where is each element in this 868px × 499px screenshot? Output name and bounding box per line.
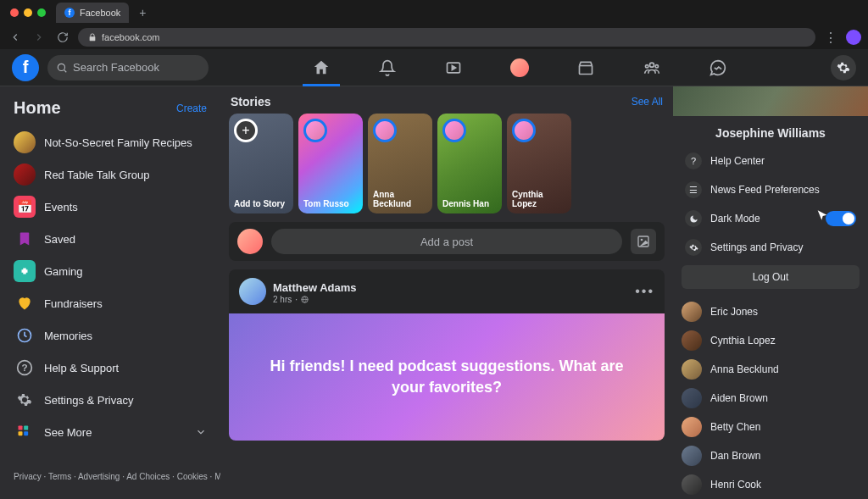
story-card[interactable]: Anna Becklund	[368, 114, 432, 213]
minimize-icon[interactable]	[24, 8, 32, 17]
story-card[interactable]: Dennis Han	[437, 114, 502, 213]
story-card[interactable]: Tom Russo	[298, 114, 363, 213]
svg-point-5	[646, 64, 648, 67]
sidebar-item-label: Events	[44, 201, 78, 213]
sidebar-item-label: Red Table Talk Group	[44, 169, 150, 181]
contact-item[interactable]: Dan Brown	[682, 441, 860, 470]
avatar-icon	[510, 58, 529, 77]
search-placeholder: Search Facebook	[73, 61, 159, 74]
sidebar-item-recipes[interactable]: Not-So-Secret Family Recipes	[7, 126, 214, 158]
left-sidebar: Home Create Not-So-Secret Family Recipes…	[0, 86, 220, 499]
contact-name: Anna Becklund	[710, 363, 779, 375]
grid-icon	[14, 421, 36, 443]
story-avatar-icon	[303, 119, 327, 142]
stories-see-all[interactable]: See All	[632, 96, 663, 108]
post-menu-button[interactable]: •••	[635, 284, 654, 299]
create-link[interactable]: Create	[176, 103, 207, 114]
composer-photo-button[interactable]	[631, 229, 656, 254]
top-nav	[217, 56, 822, 80]
browser-profile-icon[interactable]	[846, 30, 861, 45]
story-card[interactable]: Cynthia Lopez	[507, 114, 571, 213]
gaming-icon	[14, 260, 36, 282]
maximize-icon[interactable]	[37, 8, 46, 17]
url-text: facebook.com	[102, 32, 159, 42]
menu-help-center[interactable]: ? Help Center	[682, 147, 860, 175]
contact-avatar-icon	[682, 417, 702, 437]
sidebar-item-saved[interactable]: Saved	[7, 223, 214, 255]
profile-tab[interactable]	[508, 56, 531, 80]
contact-name: Cynthia Lopez	[710, 335, 776, 347]
new-tab-button[interactable]: +	[134, 6, 151, 19]
chevron-down-icon	[195, 426, 207, 438]
sidebar-item-redtable[interactable]: Red Table Talk Group	[7, 158, 214, 191]
feed-icon: ☰	[685, 181, 702, 198]
sidebar-item-label: Settings & Privacy	[44, 394, 134, 407]
dark-mode-toggle[interactable]	[826, 211, 856, 226]
story-add[interactable]: + Add to Story	[229, 114, 293, 213]
clock-icon	[14, 324, 36, 347]
facebook-logo[interactable]: f	[12, 54, 39, 81]
marketplace-tab[interactable]	[574, 56, 598, 80]
menu-settings-privacy[interactable]: Settings and Privacy	[682, 233, 860, 262]
menu-label: Dark Mode	[710, 213, 760, 225]
forward-button[interactable]	[31, 29, 47, 46]
logout-button[interactable]: Log Out	[682, 265, 860, 289]
stories-section: Stories See All + Add to Story Tom Russo…	[229, 95, 665, 213]
sidebar-item-gaming[interactable]: Gaming	[7, 255, 214, 287]
story-avatar-icon	[442, 119, 466, 142]
facebook-favicon: f	[64, 8, 75, 18]
browser-menu-button[interactable]: ⋮	[822, 29, 839, 46]
reload-button[interactable]	[54, 29, 71, 46]
svg-point-0	[58, 64, 64, 70]
close-icon[interactable]	[10, 8, 19, 17]
sidebar-item-events[interactable]: 📅 Events	[7, 191, 214, 223]
composer-avatar-icon	[237, 229, 263, 254]
watch-tab[interactable]	[442, 56, 465, 80]
browser-tab[interactable]: f Facebook	[56, 3, 129, 23]
contact-item[interactable]: Anna Becklund	[682, 355, 860, 384]
svg-point-15	[641, 239, 643, 241]
bookmark-icon	[14, 228, 36, 250]
post-time: 2 hrs	[273, 295, 292, 304]
home-tab[interactable]	[309, 56, 333, 80]
story-name: Anna Becklund	[373, 190, 427, 208]
back-button[interactable]	[7, 29, 24, 46]
menu-news-prefs[interactable]: ☰ News Feed Preferences	[682, 175, 860, 204]
search-input[interactable]: Search Facebook	[47, 55, 209, 80]
sidebar-item-fundraisers[interactable]: Fundraisers	[7, 287, 214, 319]
contact-name: Dan Brown	[710, 450, 760, 462]
calendar-icon: 📅	[14, 196, 36, 218]
contact-item[interactable]: Cynthia Lopez	[682, 326, 860, 355]
sidebar-item-settings[interactable]: Settings & Privacy	[7, 384, 214, 416]
group-avatar-icon	[14, 131, 36, 153]
sidebar-item-help[interactable]: ? Help & Support	[7, 352, 214, 384]
profile-name[interactable]: Josephine Williams	[682, 123, 860, 147]
groups-icon	[643, 59, 660, 76]
traffic-lights[interactable]	[5, 8, 51, 17]
contact-item[interactable]: Betty Chen	[682, 413, 860, 441]
gear-icon	[14, 389, 36, 411]
contact-item[interactable]: Eric Jones	[682, 297, 860, 326]
svg-rect-12	[19, 431, 23, 435]
post-author[interactable]: Matthew Adams	[273, 281, 356, 294]
sidebar-item-memories[interactable]: Memories	[7, 319, 214, 352]
right-panel: Josephine Williams ? Help Center ☰ News …	[673, 86, 868, 499]
footer-text: Privacy · Terms · Advertising · Ad Choic…	[14, 472, 220, 481]
notifications-tab[interactable]	[376, 56, 399, 80]
composer-input[interactable]: Add a post	[271, 229, 622, 254]
sidebar-item-seemore[interactable]: See More	[7, 416, 214, 448]
settings-button[interactable]	[831, 55, 856, 80]
sidebar-item-label: Gaming	[44, 265, 83, 278]
bell-icon	[379, 59, 396, 76]
groups-tab[interactable]	[640, 56, 664, 80]
menu-dark-mode[interactable]: Dark Mode	[682, 204, 860, 233]
contact-item[interactable]: Aiden Brown	[682, 384, 860, 413]
photo-icon	[637, 235, 650, 248]
post-avatar-icon[interactable]	[239, 278, 266, 305]
messenger-tab[interactable]	[706, 56, 730, 80]
post-text: Hi friends! I need podcast suggestions. …	[263, 356, 631, 398]
cursor-icon	[815, 209, 829, 223]
url-field[interactable]: facebook.com	[78, 28, 815, 47]
contact-item[interactable]: Henri Cook	[682, 470, 860, 499]
composer-placeholder: Add a post	[420, 236, 473, 248]
